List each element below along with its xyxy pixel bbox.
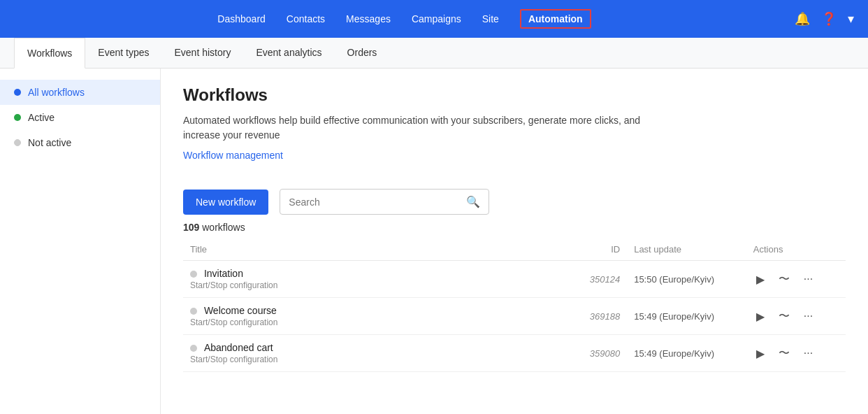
table-cell-actions: ▶ 〜 ··· [746,261,846,298]
search-input[interactable] [289,197,466,208]
nav-automation[interactable]: Automation [520,9,591,29]
col-id: ID [547,238,627,261]
subnav-event-history[interactable]: Event history [161,38,243,69]
workflow-title[interactable]: Welcome course [204,305,277,316]
top-nav: Dashboard Contacts Messages Campaigns Si… [0,0,868,38]
search-box: 🔍 [280,189,489,215]
table-row: Abandoned cart Start/Stop configuration … [183,335,846,372]
layout: All workflows Active Not active Workflow… [0,69,868,414]
subnav-event-analytics[interactable]: Event analytics [243,38,334,69]
nav-site[interactable]: Site [482,13,499,24]
table-cell-title: Invitation Start/Stop configuration [183,261,547,298]
workflow-id: 369188 [590,311,620,322]
nav-icons: 🔔 ❓ ▾ [795,11,854,27]
workflow-title[interactable]: Abandoned cart [204,342,273,353]
sidebar: All workflows Active Not active [0,69,161,414]
row-status-dot [190,345,197,352]
workflow-last-update: 15:50 (Europe/Kyiv) [634,274,714,285]
sub-nav: Workflows Event types Event history Even… [0,38,868,69]
sidebar-item-active[interactable]: Active [0,105,160,130]
page-description: Automated workflows help build effective… [183,113,672,143]
bell-icon[interactable]: 🔔 [795,11,810,27]
more-button[interactable]: ··· [801,271,816,287]
actions-cell: ▶ 〜 ··· [753,271,839,288]
table-header-row: Title ID Last update Actions [183,238,846,261]
dot-green [14,114,21,121]
play-button[interactable]: ▶ [753,271,767,287]
sidebar-label-active: Active [28,112,55,123]
table-row: Invitation Start/Stop configuration 3501… [183,261,846,298]
table-row: Welcome course Start/Stop configuration … [183,298,846,335]
workflow-last-update: 15:49 (Europe/Kyiv) [634,348,714,359]
table-cell-update: 15:50 (Europe/Kyiv) [627,261,746,298]
workflow-subtitle: Start/Stop configuration [190,355,540,364]
table-cell-id: 359080 [547,335,627,372]
col-last-update: Last update [627,238,746,261]
new-workflow-button[interactable]: New workflow [183,190,268,215]
nav-links: Dashboard Contacts Messages Campaigns Si… [14,9,795,29]
sidebar-label-not-active: Not active [28,137,71,148]
actions-cell: ▶ 〜 ··· [753,345,839,362]
chevron-down-icon[interactable]: ▾ [848,11,854,27]
subnav-orders[interactable]: Orders [335,38,390,69]
search-icon: 🔍 [466,195,480,208]
row-status-dot [190,271,197,278]
nav-dashboard[interactable]: Dashboard [217,13,266,24]
play-button[interactable]: ▶ [753,308,767,324]
table-cell-update: 15:49 (Europe/Kyiv) [627,335,746,372]
nav-contacts[interactable]: Contacts [287,13,325,24]
workflow-subtitle: Start/Stop configuration [190,280,540,290]
table-cell-actions: ▶ 〜 ··· [746,298,846,335]
workflow-count-label: workflows [202,222,245,233]
sidebar-item-all-workflows[interactable]: All workflows [0,80,160,105]
table-cell-actions: ▶ 〜 ··· [746,335,846,372]
play-button[interactable]: ▶ [753,345,767,362]
sidebar-item-not-active[interactable]: Not active [0,130,160,155]
workflow-last-update: 15:49 (Europe/Kyiv) [634,311,714,322]
sidebar-label-all-workflows: All workflows [28,87,85,98]
nav-messages[interactable]: Messages [346,13,391,24]
more-button[interactable]: ··· [801,308,816,324]
workflow-id: 350124 [590,274,620,285]
dot-gray [14,139,21,146]
subnav-event-types[interactable]: Event types [85,38,161,69]
actions-cell: ▶ 〜 ··· [753,308,839,325]
workflow-subtitle: Start/Stop configuration [190,317,540,327]
workflow-table: Title ID Last update Actions Invitation … [183,238,846,372]
page-title: Workflows [183,85,846,105]
toolbar: New workflow 🔍 [183,189,846,215]
nav-campaigns[interactable]: Campaigns [412,13,461,24]
help-icon[interactable]: ❓ [821,11,837,27]
table-cell-title: Abandoned cart Start/Stop configuration [183,335,547,372]
more-button[interactable]: ··· [801,345,816,361]
stats-button[interactable]: 〜 [776,345,793,362]
subnav-workflows[interactable]: Workflows [14,38,85,69]
workflow-count: 109 workflows [183,222,846,233]
table-cell-id: 369188 [547,298,627,335]
table-cell-title: Welcome course Start/Stop configuration [183,298,547,335]
workflow-title[interactable]: Invitation [204,268,243,279]
table-cell-id: 350124 [547,261,627,298]
workflow-count-number: 109 [183,222,199,233]
stats-button[interactable]: 〜 [776,271,793,288]
workflow-id: 359080 [590,348,620,359]
col-title: Title [183,238,547,261]
stats-button[interactable]: 〜 [776,308,793,325]
col-actions: Actions [746,238,846,261]
main-content: Workflows Automated workflows help build… [161,69,868,414]
workflow-management-link[interactable]: Workflow management [183,150,283,161]
row-status-dot [190,308,197,315]
table-cell-update: 15:49 (Europe/Kyiv) [627,298,746,335]
dot-blue [14,89,21,96]
